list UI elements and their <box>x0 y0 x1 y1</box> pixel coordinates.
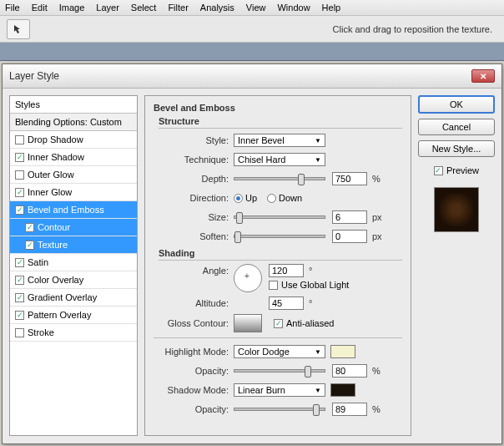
style-item-outer-glow[interactable]: Outer Glow <box>10 166 137 184</box>
technique-select[interactable]: Chisel Hard▼ <box>234 153 325 166</box>
layer-style-dialog: Layer Style ✕ Styles Blending Options: C… <box>2 63 502 444</box>
depth-slider[interactable] <box>234 177 325 180</box>
new-style-button[interactable]: New Style... <box>418 140 495 157</box>
styles-header[interactable]: Styles <box>10 96 137 114</box>
style-item-drop-shadow[interactable]: Drop Shadow <box>10 131 137 149</box>
style-checkbox[interactable] <box>15 311 24 320</box>
ok-button[interactable]: OK <box>418 95 495 114</box>
style-checkbox[interactable] <box>15 205 24 215</box>
style-item-inner-glow[interactable]: Inner Glow <box>10 184 137 201</box>
menu-analysis[interactable]: Analysis <box>200 3 234 13</box>
style-checkbox[interactable] <box>25 223 34 232</box>
angle-input[interactable]: 120 <box>269 264 304 277</box>
style-checkbox[interactable] <box>15 276 24 285</box>
menu-file[interactable]: File <box>5 3 20 13</box>
preview-checkbox[interactable] <box>434 166 443 175</box>
size-input[interactable]: 6 <box>332 210 367 224</box>
menu-select[interactable]: Select <box>131 3 157 13</box>
chevron-down-icon: ▼ <box>315 348 321 356</box>
menu-view[interactable]: View <box>246 3 266 13</box>
shading-heading: Shading <box>159 248 402 261</box>
angle-label: Angle: <box>154 264 229 276</box>
style-label: Stroke <box>28 327 54 337</box>
hl-opacity-input[interactable]: 80 <box>332 364 367 378</box>
menu-filter[interactable]: Filter <box>168 3 188 13</box>
highlight-color-swatch[interactable] <box>330 345 355 358</box>
altitude-label: Altitude: <box>154 298 229 308</box>
menu-window[interactable]: Window <box>277 3 310 13</box>
style-checkbox[interactable] <box>25 241 34 250</box>
options-bar: Click and drag to reposition the texture… <box>0 16 504 43</box>
style-label: Drop Shadow <box>28 134 83 144</box>
style-checkbox[interactable] <box>15 153 24 162</box>
shadow-mode-label: Shadow Mode: <box>154 385 229 395</box>
structure-heading: Structure <box>159 116 402 129</box>
depth-input[interactable]: 750 <box>332 172 367 185</box>
anti-aliased-checkbox[interactable] <box>274 319 283 328</box>
style-item-pattern-overlay[interactable]: Pattern Overlay <box>10 307 137 324</box>
chevron-down-icon: ▼ <box>315 137 321 144</box>
dialog-buttons: OK Cancel New Style... Preview <box>418 95 495 436</box>
altitude-input[interactable]: 45 <box>269 296 304 310</box>
style-select[interactable]: Inner Bevel▼ <box>234 134 325 147</box>
highlight-mode-select[interactable]: Color Dodge▼ <box>234 345 325 358</box>
style-item-gradient-overlay[interactable]: Gradient Overlay <box>10 289 137 307</box>
dialog-titlebar: Layer Style ✕ <box>3 64 501 89</box>
angle-dial[interactable] <box>234 264 262 292</box>
gloss-contour-picker[interactable] <box>234 314 262 332</box>
style-item-inner-shadow[interactable]: Inner Shadow <box>10 149 137 166</box>
style-label: Outer Glow <box>28 170 74 180</box>
cancel-button[interactable]: Cancel <box>418 119 495 135</box>
style-checkbox[interactable] <box>15 293 24 302</box>
menu-image[interactable]: Image <box>59 3 85 13</box>
direction-down-radio[interactable] <box>267 194 276 203</box>
style-item-contour[interactable]: Contour <box>10 219 137 236</box>
sh-opacity-slider[interactable] <box>234 408 325 411</box>
style-item-color-overlay[interactable]: Color Overlay <box>10 271 137 289</box>
settings-panel: Bevel and Emboss Structure Style: Inner … <box>144 95 411 436</box>
style-checkbox[interactable] <box>15 328 24 337</box>
global-light-checkbox[interactable] <box>269 281 278 290</box>
soften-slider[interactable] <box>234 235 325 238</box>
style-label: Color Overlay <box>28 275 83 285</box>
style-checkbox[interactable] <box>15 135 24 144</box>
direction-label: Direction: <box>154 193 229 203</box>
hl-opacity-slider[interactable] <box>234 369 325 373</box>
dialog-title: Layer Style <box>9 70 59 82</box>
style-item-satin[interactable]: Satin <box>10 254 137 271</box>
chevron-down-icon: ▼ <box>315 387 321 394</box>
menu-edit[interactable]: Edit <box>32 3 48 13</box>
tool-hint: Click and drag to reposition the texture… <box>333 24 492 34</box>
style-checkbox[interactable] <box>15 258 24 267</box>
size-slider[interactable] <box>234 215 325 219</box>
style-item-stroke[interactable]: Stroke <box>10 324 137 342</box>
preview-thumbnail <box>434 187 479 232</box>
shadow-color-swatch[interactable] <box>330 383 355 397</box>
close-button[interactable]: ✕ <box>471 69 495 83</box>
shadow-mode-select[interactable]: Linear Burn▼ <box>234 383 325 397</box>
gloss-contour-label: Gloss Contour: <box>154 318 229 328</box>
menu-help[interactable]: Help <box>322 3 341 13</box>
style-label: Pattern Overlay <box>28 310 91 320</box>
menubar: FileEditImageLayerSelectFilterAnalysisVi… <box>0 0 504 16</box>
chevron-down-icon: ▼ <box>315 156 321 164</box>
style-label: Contour <box>38 222 70 232</box>
soften-input[interactable]: 0 <box>332 230 367 243</box>
blending-options[interactable]: Blending Options: Custom <box>10 114 137 131</box>
sh-opacity-label: Opacity: <box>154 404 229 414</box>
style-checkbox[interactable] <box>15 170 24 180</box>
style-label: Bevel and Emboss <box>28 205 104 215</box>
technique-label: Technique: <box>154 155 229 165</box>
sh-opacity-input[interactable]: 89 <box>332 403 367 416</box>
style-label: Style: <box>154 135 229 145</box>
direction-up-radio[interactable] <box>234 194 243 203</box>
menu-layer[interactable]: Layer <box>96 3 119 13</box>
style-checkbox[interactable] <box>15 188 24 197</box>
style-label: Texture <box>38 240 68 250</box>
hl-opacity-label: Opacity: <box>154 366 229 376</box>
move-tool-icon[interactable] <box>7 19 30 39</box>
preview-label: Preview <box>446 165 479 175</box>
style-item-bevel-and-emboss[interactable]: Bevel and Emboss <box>10 201 137 219</box>
style-item-texture[interactable]: Texture <box>10 236 137 254</box>
depth-label: Depth: <box>154 174 229 184</box>
